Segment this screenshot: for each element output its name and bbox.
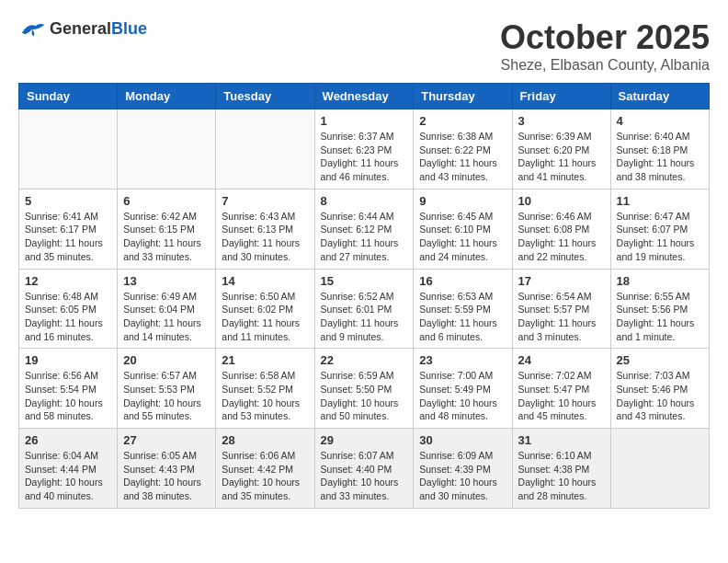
day-info: Sunrise: 6:37 AMSunset: 6:23 PMDaylight:… [321,130,408,184]
calendar-day-cell: 1Sunrise: 6:37 AMSunset: 6:23 PMDaylight… [314,109,414,190]
day-info: Sunrise: 6:43 AMSunset: 6:13 PMDaylight:… [222,210,308,264]
day-number: 7 [222,194,308,208]
calendar-day-cell: 29Sunrise: 6:07 AMSunset: 4:40 PMDayligh… [314,429,414,509]
day-info: Sunrise: 6:41 AMSunset: 6:17 PMDaylight:… [25,210,111,264]
day-number: 9 [419,194,506,208]
calendar-day-cell: 22Sunrise: 6:59 AMSunset: 5:50 PMDayligh… [314,349,414,429]
calendar-day-cell [216,109,314,190]
location-title: Sheze, Elbasan County, Albania [500,57,710,74]
calendar-day-cell: 30Sunrise: 6:09 AMSunset: 4:39 PMDayligh… [414,429,512,509]
calendar-day-cell [19,109,118,190]
day-number: 31 [518,433,605,447]
day-number: 19 [25,353,111,367]
calendar-day-cell: 8Sunrise: 6:44 AMSunset: 6:12 PMDaylight… [314,189,414,269]
day-info: Sunrise: 6:40 AMSunset: 6:18 PMDaylight:… [617,130,703,184]
day-info: Sunrise: 6:06 AMSunset: 4:42 PMDaylight:… [222,449,308,503]
calendar-day-cell: 18Sunrise: 6:55 AMSunset: 5:56 PMDayligh… [610,269,709,349]
day-info: Sunrise: 7:00 AMSunset: 5:49 PMDaylight:… [419,369,506,423]
day-number: 25 [617,353,703,367]
day-number: 4 [617,114,703,128]
day-number: 28 [222,433,308,447]
title-section: October 2025 Sheze, Elbasan County, Alba… [500,18,710,74]
calendar-day-cell: 4Sunrise: 6:40 AMSunset: 6:18 PMDaylight… [610,109,709,190]
day-info: Sunrise: 6:55 AMSunset: 5:56 PMDaylight:… [617,290,703,344]
calendar-day-cell: 10Sunrise: 6:46 AMSunset: 6:08 PMDayligh… [512,189,610,269]
day-number: 24 [518,353,605,367]
day-number: 27 [123,433,210,447]
day-info: Sunrise: 6:44 AMSunset: 6:12 PMDaylight:… [321,210,408,264]
calendar-day-cell: 20Sunrise: 6:57 AMSunset: 5:53 PMDayligh… [118,349,216,429]
header-tuesday: Tuesday [216,84,314,109]
calendar-week-row: 1Sunrise: 6:37 AMSunset: 6:23 PMDaylight… [19,109,710,190]
day-info: Sunrise: 6:10 AMSunset: 4:38 PMDaylight:… [518,449,605,503]
logo-icon [18,18,46,40]
day-number: 8 [321,194,408,208]
day-info: Sunrise: 7:02 AMSunset: 5:47 PMDaylight:… [518,369,605,423]
day-number: 23 [419,353,506,367]
calendar-day-cell: 6Sunrise: 6:42 AMSunset: 6:15 PMDaylight… [118,189,216,269]
day-info: Sunrise: 6:07 AMSunset: 4:40 PMDaylight:… [321,449,408,503]
calendar-day-cell: 28Sunrise: 6:06 AMSunset: 4:42 PMDayligh… [216,429,314,509]
calendar-day-cell: 26Sunrise: 6:04 AMSunset: 4:44 PMDayligh… [19,429,118,509]
day-info: Sunrise: 6:48 AMSunset: 6:05 PMDaylight:… [25,290,111,344]
month-title: October 2025 [500,18,710,57]
calendar-day-cell [118,109,216,190]
day-number: 5 [25,194,111,208]
day-info: Sunrise: 6:49 AMSunset: 6:04 PMDaylight:… [123,290,210,344]
day-info: Sunrise: 6:52 AMSunset: 6:01 PMDaylight:… [321,290,408,344]
calendar-day-cell: 3Sunrise: 6:39 AMSunset: 6:20 PMDaylight… [512,109,610,190]
day-number: 14 [222,274,308,288]
day-info: Sunrise: 6:50 AMSunset: 6:02 PMDaylight:… [222,290,308,344]
calendar-day-cell: 12Sunrise: 6:48 AMSunset: 6:05 PMDayligh… [19,269,118,349]
day-number: 3 [518,114,605,128]
calendar-day-cell: 21Sunrise: 6:58 AMSunset: 5:52 PMDayligh… [216,349,314,429]
calendar-week-row: 26Sunrise: 6:04 AMSunset: 4:44 PMDayligh… [19,429,710,509]
day-info: Sunrise: 6:05 AMSunset: 4:43 PMDaylight:… [123,449,210,503]
day-info: Sunrise: 6:53 AMSunset: 5:59 PMDaylight:… [419,290,506,344]
day-number: 30 [419,433,506,447]
day-number: 2 [419,114,506,128]
calendar-day-cell: 17Sunrise: 6:54 AMSunset: 5:57 PMDayligh… [512,269,610,349]
header-wednesday: Wednesday [314,84,414,109]
header-sunday: Sunday [19,84,118,109]
calendar-day-cell: 16Sunrise: 6:53 AMSunset: 5:59 PMDayligh… [414,269,512,349]
calendar-day-cell: 31Sunrise: 6:10 AMSunset: 4:38 PMDayligh… [512,429,610,509]
header-monday: Monday [118,84,216,109]
day-info: Sunrise: 6:47 AMSunset: 6:07 PMDaylight:… [617,210,703,264]
day-number: 13 [123,274,210,288]
day-number: 16 [419,274,506,288]
day-info: Sunrise: 7:03 AMSunset: 5:46 PMDaylight:… [617,369,703,423]
day-info: Sunrise: 6:04 AMSunset: 4:44 PMDaylight:… [25,449,111,503]
day-number: 18 [617,274,703,288]
day-number: 6 [123,194,210,208]
day-number: 10 [518,194,605,208]
day-info: Sunrise: 6:54 AMSunset: 5:57 PMDaylight:… [518,290,605,344]
day-number: 29 [321,433,408,447]
calendar-day-cell: 5Sunrise: 6:41 AMSunset: 6:17 PMDaylight… [19,189,118,269]
day-number: 26 [25,433,111,447]
day-number: 1 [321,114,408,128]
calendar-day-cell: 7Sunrise: 6:43 AMSunset: 6:13 PMDaylight… [216,189,314,269]
calendar-day-cell [610,429,709,509]
header-saturday: Saturday [610,84,709,109]
day-number: 12 [25,274,111,288]
calendar-table: Sunday Monday Tuesday Wednesday Thursday… [18,83,710,509]
day-number: 17 [518,274,605,288]
logo-blue: Blue [111,19,147,38]
day-info: Sunrise: 6:56 AMSunset: 5:54 PMDaylight:… [25,369,111,423]
calendar-day-cell: 9Sunrise: 6:45 AMSunset: 6:10 PMDaylight… [414,189,512,269]
day-number: 21 [222,353,308,367]
header-friday: Friday [512,84,610,109]
calendar-week-row: 12Sunrise: 6:48 AMSunset: 6:05 PMDayligh… [19,269,710,349]
logo: GeneralBlue [18,18,147,40]
calendar-day-cell: 27Sunrise: 6:05 AMSunset: 4:43 PMDayligh… [118,429,216,509]
day-number: 22 [321,353,408,367]
day-info: Sunrise: 6:42 AMSunset: 6:15 PMDaylight:… [123,210,210,264]
calendar-header-row: Sunday Monday Tuesday Wednesday Thursday… [19,84,710,109]
logo-text: GeneralBlue [50,20,147,39]
day-info: Sunrise: 6:57 AMSunset: 5:53 PMDaylight:… [123,369,210,423]
header-thursday: Thursday [414,84,512,109]
calendar-week-row: 19Sunrise: 6:56 AMSunset: 5:54 PMDayligh… [19,349,710,429]
day-info: Sunrise: 6:58 AMSunset: 5:52 PMDaylight:… [222,369,308,423]
calendar-day-cell: 13Sunrise: 6:49 AMSunset: 6:04 PMDayligh… [118,269,216,349]
